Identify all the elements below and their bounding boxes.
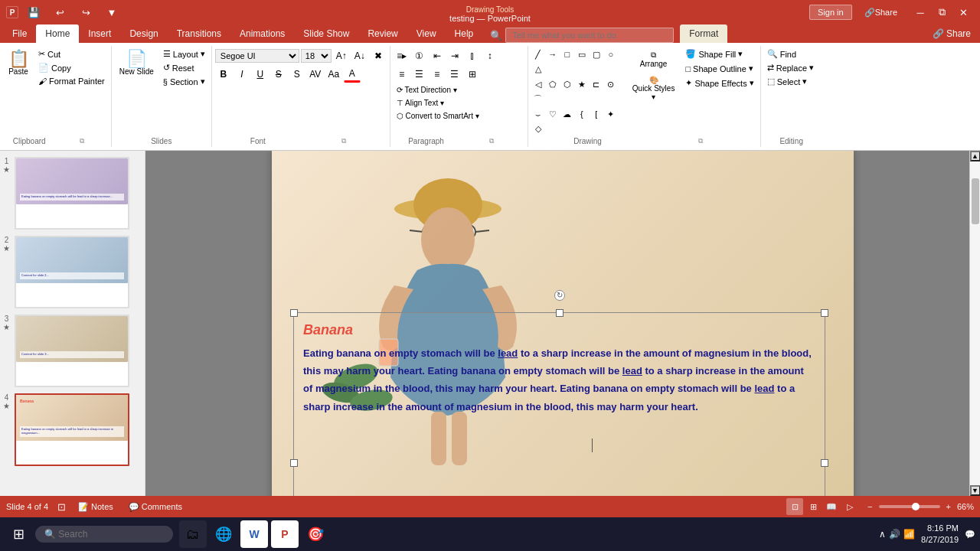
layout-button[interactable]: ☰ Layout ▾ — [160, 47, 208, 60]
slide-thumb-1[interactable]: Eating banana on empty stomach will be l… — [15, 157, 129, 230]
tab-transitions[interactable]: Transitions — [168, 24, 230, 43]
slide-thumb-3[interactable]: Content for slide 3... — [15, 315, 129, 387]
slide-item-4[interactable]: 4 ★ Banana Eating banana on empty stomac… — [3, 393, 142, 466]
section-button[interactable]: § Section ▾ — [160, 75, 208, 88]
reading-view-button[interactable]: 📖 — [823, 498, 840, 515]
new-slide-button[interactable]: 📄 New Slide — [115, 47, 158, 79]
columns-button[interactable]: ⫿ — [464, 47, 481, 64]
taskbar-app-word[interactable]: W — [240, 520, 268, 548]
align-left-button[interactable]: ≡ — [394, 66, 410, 83]
font-case-button[interactable]: Aa — [325, 66, 342, 83]
format-painter-button[interactable]: 🖌 Format Painter — [35, 75, 108, 87]
increase-indent-button[interactable]: ⇥ — [446, 47, 463, 64]
slide-thumb-2[interactable]: Content for slide 2... — [15, 236, 129, 308]
scroll-up-button[interactable]: ▲ — [970, 151, 981, 161]
italic-button[interactable]: I — [234, 66, 250, 83]
shape-misc2[interactable]: ⊙ — [604, 77, 618, 91]
line-spacing-button[interactable]: ↕ — [482, 47, 498, 64]
align-center-button[interactable]: ☰ — [411, 66, 428, 83]
shape-pent[interactable]: ⬠ — [546, 77, 560, 91]
bullets-button[interactable]: ≡▸ — [394, 47, 410, 64]
shape-cloud[interactable]: ☁ — [560, 107, 574, 121]
sign-in-button[interactable]: Sign in — [809, 5, 852, 20]
normal-view-button[interactable]: ⊡ — [786, 498, 803, 515]
tab-review[interactable]: Review — [358, 24, 407, 43]
align-text-button[interactable]: ⊤ Align Text ▾ — [394, 97, 447, 109]
shape-outline-button[interactable]: □ Shape Outline ▾ — [682, 62, 756, 75]
shape-misc1[interactable]: ⊏ — [590, 77, 603, 91]
restore-button[interactable]: ⧉ — [931, 2, 952, 23]
zoom-in-button[interactable]: + — [943, 500, 954, 513]
shape-oval[interactable]: ○ — [604, 47, 618, 61]
text-box[interactable]: ↻ Banana Eating banana on empty stomach … — [293, 312, 825, 497]
start-button[interactable]: ⊞ — [5, 520, 32, 548]
strikethrough-button[interactable]: S — [270, 66, 287, 83]
arrange-button[interactable]: ⧉ Arrange — [628, 47, 680, 71]
shape-star2[interactable]: ✦ — [604, 107, 618, 121]
comments-button[interactable]: 💬 Comments — [126, 500, 185, 514]
paste-button[interactable]: 📋 Paste — [3, 47, 34, 79]
handle-mr[interactable] — [821, 459, 828, 467]
handle-tr[interactable] — [821, 309, 828, 317]
add-column-button[interactable]: ⊞ — [464, 66, 481, 83]
shape-fill-button[interactable]: 🪣 Shape Fill ▾ — [682, 47, 756, 60]
handle-tl[interactable] — [290, 309, 298, 317]
slideshow-view-button[interactable]: ▷ — [841, 498, 858, 515]
canvas-area[interactable]: ↻ Banana Eating banana on empty stomach … — [145, 151, 980, 496]
shape-curly[interactable]: { — [575, 107, 589, 121]
taskbar-search[interactable] — [35, 526, 173, 543]
taskbar-app-edge[interactable]: 🌐 — [210, 520, 237, 548]
font-increase-button[interactable]: A↑ — [333, 47, 350, 64]
right-scrollbar[interactable]: ▲ ▼ — [969, 151, 980, 496]
bold-button[interactable]: B — [215, 66, 232, 83]
replace-button[interactable]: ⇄ Replace ▾ — [764, 61, 817, 74]
taskbar-app-powerpoint[interactable]: P — [271, 520, 299, 548]
shape-hex[interactable]: ⬡ — [560, 77, 574, 91]
slide-item-3[interactable]: 3 ★ Content for slide 3... — [3, 315, 142, 387]
clipboard-expand-icon[interactable]: ⧉ — [55, 137, 107, 145]
close-button[interactable]: ✕ — [952, 2, 974, 23]
handle-ml[interactable] — [290, 459, 298, 467]
shape-rect2[interactable]: ▭ — [575, 47, 589, 61]
zoom-out-button[interactable]: − — [864, 500, 875, 513]
char-spacing-button[interactable]: AV — [307, 66, 324, 83]
font-size-select[interactable]: 18 — [301, 49, 332, 63]
minimize-button[interactable]: ─ — [910, 2, 931, 23]
tray-expand[interactable]: ∧ — [879, 529, 886, 540]
handle-tc[interactable] — [556, 309, 564, 317]
font-name-select[interactable]: Segoe UI — [215, 49, 299, 63]
scroll-down-button[interactable]: ▼ — [970, 485, 981, 496]
slide-item-1[interactable]: 1 ★ Eating banana on empty stomach will … — [3, 157, 142, 230]
shape-rtri[interactable]: ◁ — [531, 77, 545, 91]
tab-animations[interactable]: Animations — [230, 24, 294, 43]
shadow-button[interactable]: S — [289, 66, 305, 83]
zoom-slider[interactable] — [879, 505, 940, 508]
slide-thumb-4[interactable]: Banana Eating banana on empty stomach wi… — [15, 393, 129, 466]
share-tab-btn[interactable]: 🔗 Share — [923, 24, 980, 43]
tab-file[interactable]: File — [3, 24, 36, 43]
notification-icon[interactable]: 💬 — [965, 530, 975, 540]
shape-effects-button[interactable]: ✦ Shape Effects ▾ — [682, 77, 756, 90]
justify-button[interactable]: ☰ — [446, 66, 463, 83]
shape-rect[interactable]: □ — [560, 47, 574, 61]
select-button[interactable]: ⬚ Select ▾ — [764, 75, 817, 88]
shape-star[interactable]: ★ — [575, 77, 589, 91]
scroll-thumb[interactable] — [972, 178, 979, 224]
save-icon[interactable]: 💾 — [23, 2, 44, 23]
font-decrease-button[interactable]: A↓ — [351, 47, 368, 64]
tab-format[interactable]: Format — [680, 24, 727, 43]
slide-item-2[interactable]: 2 ★ Content for slide 2... — [3, 236, 142, 308]
paragraph-expand-icon[interactable]: ⧉ — [459, 137, 524, 145]
redo-icon[interactable]: ↪ — [75, 2, 96, 23]
undo-icon[interactable]: ↩ — [49, 2, 70, 23]
tab-design[interactable]: Design — [120, 24, 167, 43]
reset-button[interactable]: ↺ Reset — [160, 61, 208, 74]
underline-button[interactable]: U — [252, 66, 269, 83]
shape-triangle[interactable]: △ — [531, 62, 545, 76]
align-right-button[interactable]: ≡ — [429, 66, 446, 83]
convert-smartart-button[interactable]: ⬡ Convert to SmartArt ▾ — [394, 110, 482, 122]
tab-slideshow[interactable]: Slide Show — [294, 24, 358, 43]
taskbar-app-files[interactable]: 🗂 — [179, 520, 207, 548]
shape-arrow[interactable]: → — [546, 47, 560, 61]
drawing-expand-icon[interactable]: ⧉ — [644, 137, 756, 145]
